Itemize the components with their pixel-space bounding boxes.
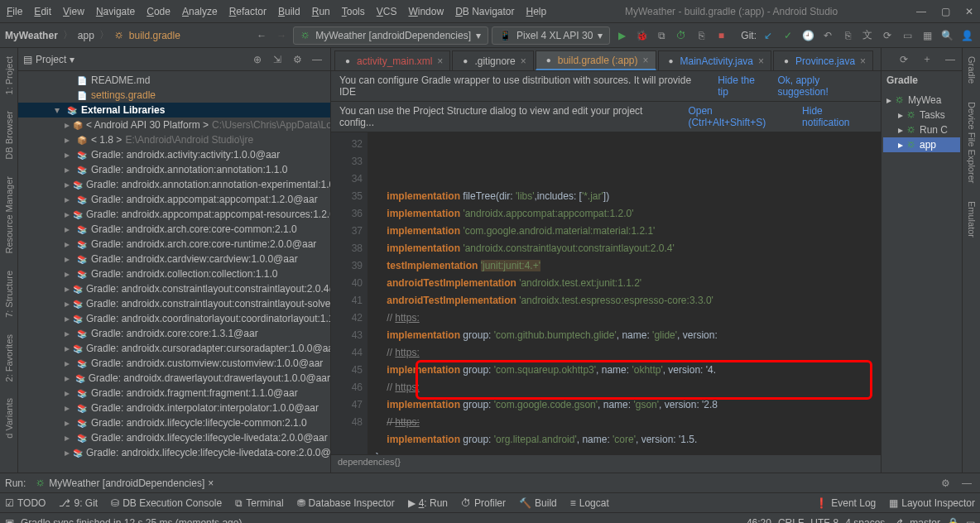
close-icon[interactable]: × (643, 55, 649, 66)
banner-open-ps[interactable]: Open (Ctrl+Alt+Shift+S) (688, 105, 792, 128)
profiler-icon[interactable]: ⏱ (673, 27, 689, 44)
run-config-selector[interactable]: ⛭ MyWeather [androidDependencies] ▾ (293, 26, 488, 45)
leftstrip--structure[interactable]: 7: Structure (2, 266, 16, 323)
file-settings.gradle[interactable]: 📄settings.gradle (18, 88, 330, 103)
close-icon[interactable]: × (437, 55, 443, 67)
lib-item[interactable]: ▸📚Gradle: androidx.annotation:annotation… (18, 177, 330, 192)
lib-item[interactable]: ▸📚Gradle: androidx.customview:customview… (18, 356, 330, 371)
lib-item[interactable]: ▸📚Gradle: androidx.collection:collection… (18, 266, 330, 281)
lib-item[interactable]: ▸📚Gradle: androidx.constraintlayout:cons… (18, 281, 330, 296)
gradle-tree-run c[interactable]: ▸⛭Run C (883, 122, 960, 137)
gradle-tree-app[interactable]: ▸⛭app (883, 137, 960, 152)
leftstrip-db-browser[interactable]: DB Browser (2, 106, 16, 165)
toolwin-logcat[interactable]: ≡Logcat (570, 497, 609, 509)
banner-hide-tip[interactable]: Hide the tip (718, 74, 767, 98)
close-icon[interactable]: × (860, 55, 866, 67)
lib-item[interactable]: ▸📚Gradle: androidx.appcompat:appcompat:1… (18, 192, 330, 207)
git-update-icon[interactable]: ↙ (760, 27, 776, 44)
run-tab[interactable]: ⛭ MyWeather [androidDependencies] × (31, 477, 219, 489)
close-icon[interactable]: × (521, 55, 526, 67)
leftstrip--favorites[interactable]: 2: Favorites (2, 329, 16, 386)
memory-icon[interactable]: ▭ (966, 517, 975, 524)
device-selector[interactable]: 📱 Pixel 4 XL API 30 ▾ (492, 26, 610, 45)
tab-build-gradle-app-[interactable]: ●build.gradle (:app)× (536, 50, 656, 70)
git-history-icon[interactable]: 🕘 (800, 27, 816, 44)
banner-apply[interactable]: Ok, apply suggestion! (777, 74, 872, 98)
lib-item[interactable]: ▸📚Gradle: androidx.coordinatorlayout:coo… (18, 311, 330, 326)
menu-window[interactable]: Window (408, 6, 444, 17)
menu-code[interactable]: Code (147, 6, 171, 17)
leftstrip--project[interactable]: 1: Project (2, 51, 16, 99)
encoding[interactable]: UTF-8 (810, 517, 838, 524)
lib-item[interactable]: ▸📚Gradle: androidx.drawerlayout:drawerla… (18, 371, 330, 386)
lib-item[interactable]: ▸📚Gradle: androidx.constraintlayout:cons… (18, 296, 330, 311)
lib-item[interactable]: ▸📚Gradle: androidx.appcompat:appcompat-r… (18, 207, 330, 222)
leftstrip-resource-manager[interactable]: Resource Manager (2, 171, 16, 259)
code-content[interactable]: implementation fileTree(dir: 'libs',incl… (368, 132, 881, 454)
tab-province-java[interactable]: ●Province.java× (773, 50, 873, 70)
banner-hide-notif[interactable]: Hide notification (802, 105, 872, 128)
jre[interactable]: ▸📦< 1.8 > E:\Android\Android Studio\jre (18, 132, 330, 147)
toolwin-terminal[interactable]: ⧉Terminal (235, 497, 283, 509)
git-branch[interactable]: master (910, 517, 940, 524)
menu-analyze[interactable]: Analyze (182, 6, 218, 17)
lib-item[interactable]: ▸📚Gradle: androidx.lifecycle:lifecycle-c… (18, 415, 330, 430)
coverage-icon[interactable]: ⧉ (653, 27, 670, 44)
gradle-tree-mywea[interactable]: ▸⛭MyWea (883, 93, 960, 108)
lib-item[interactable]: ▸📚Gradle: androidx.cursoradapter:cursora… (18, 341, 330, 356)
lib-item[interactable]: ▸📚Gradle: androidx.cardview:cardview:1.0… (18, 252, 330, 266)
stop-icon[interactable]: ■ (713, 27, 729, 44)
menu-view[interactable]: View (63, 6, 84, 17)
search-icon[interactable]: 🔍 (939, 27, 955, 44)
toolwin-event-log[interactable]: ❗Event Log (815, 497, 876, 509)
tab-activity-main-xml[interactable]: ●activity_main.xml× (334, 50, 450, 70)
menu-db-navigator[interactable]: DB Navigator (455, 6, 514, 17)
tab-mainactivity-java[interactable]: ●MainActivity.java× (658, 50, 772, 70)
android-api[interactable]: ▸📦< Android API 30 Platform > C:\Users\C… (18, 118, 330, 132)
locate-icon[interactable]: ⊕ (249, 51, 266, 68)
toolwin--git[interactable]: ⎇9: Git (59, 497, 98, 509)
close-icon[interactable]: × (208, 477, 214, 489)
menu-vcs[interactable]: VCS (377, 6, 397, 17)
hide-icon[interactable]: — (309, 51, 325, 68)
back-icon[interactable]: ← (253, 27, 270, 44)
chevron-down-icon[interactable]: ▾ (70, 54, 74, 65)
toolwin-todo[interactable]: ☑TODO (5, 497, 46, 509)
close-icon[interactable]: ✕ (965, 6, 973, 17)
toolwin-build[interactable]: 🔨Build (519, 497, 557, 509)
gear-icon[interactable]: ⚙ (289, 51, 305, 68)
code-area[interactable]: 3233343536373839404142434445464748 imple… (331, 132, 881, 454)
plus-icon[interactable]: ＋ (919, 51, 935, 68)
maximize-icon[interactable]: ▢ (941, 6, 950, 17)
avd-icon[interactable]: ▭ (899, 27, 915, 44)
structure-breadcrumb[interactable]: dependencies{} (331, 454, 881, 473)
menu-run[interactable]: Run (312, 6, 330, 17)
lib-item[interactable]: ▸📚Gradle: androidx.annotation:annotation… (18, 162, 330, 177)
crumb-file[interactable]: build.gradle (129, 30, 180, 41)
line-ending[interactable]: CRLF (778, 517, 804, 524)
toolwin-database-inspector[interactable]: ⛃Database Inspector (297, 497, 395, 509)
sdk-icon[interactable]: ▦ (919, 27, 935, 44)
hide-icon[interactable]: — (958, 475, 975, 492)
lib-item[interactable]: ▸📚Gradle: androidx.arch.core:core-common… (18, 222, 330, 237)
sync-icon[interactable]: ⟳ (879, 27, 896, 44)
crumb-project[interactable]: MyWeather (5, 30, 58, 41)
forward-icon[interactable]: → (273, 27, 290, 44)
lib-item[interactable]: ▸📚Gradle: androidx.activity:activity:1.0… (18, 147, 330, 162)
lib-item[interactable]: ▸📚Gradle: androidx.lifecycle:lifecycle-l… (18, 430, 330, 445)
rightstrip-gradle[interactable]: Gradle (965, 51, 978, 89)
toolwin--run[interactable]: ▶4: Run (408, 497, 448, 509)
collapse-icon[interactable]: ⇲ (269, 51, 286, 68)
toolwin-profiler[interactable]: ⏱Profiler (461, 497, 506, 509)
crumb-module[interactable]: app (78, 30, 94, 41)
attach-icon[interactable]: ⎘ (693, 27, 709, 44)
lib-item[interactable]: ▸📚Gradle: androidx.core:core:1.3.1@aar (18, 326, 330, 341)
external-libraries[interactable]: ▾📚External Libraries (18, 103, 330, 118)
translate-icon[interactable]: 文 (859, 27, 876, 44)
indent[interactable]: 4 spaces (845, 517, 885, 524)
debug-icon[interactable]: 🐞 (633, 27, 650, 44)
tab--gitignore[interactable]: ●.gitignore× (452, 50, 533, 70)
menu-refactor[interactable]: Refactor (229, 6, 267, 17)
menu-help[interactable]: Help (526, 6, 547, 17)
lib-item[interactable]: ▸📚Gradle: androidx.arch.core:core-runtim… (18, 237, 330, 252)
